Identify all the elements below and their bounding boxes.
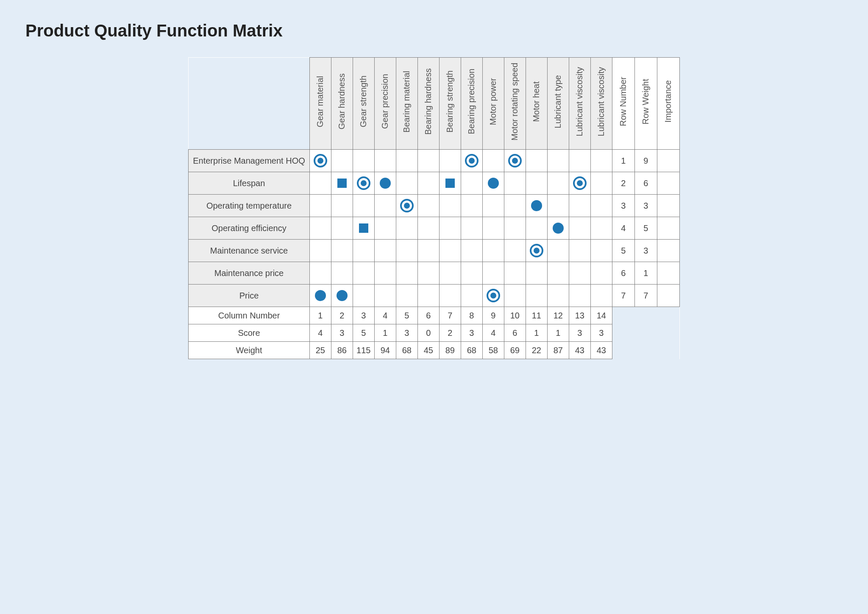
column-header: Lubricant type — [547, 58, 569, 150]
row-importance-cell — [657, 217, 679, 240]
matrix-cell — [353, 172, 374, 195]
svg-point-15 — [404, 203, 410, 209]
matrix-cell — [461, 240, 482, 262]
svg-point-5 — [512, 158, 518, 164]
matrix-cell — [374, 172, 396, 195]
medium-relation-circle-icon — [552, 222, 565, 234]
matrix-cell — [504, 285, 526, 307]
matrix-cell — [353, 285, 374, 307]
matrix-cell — [461, 150, 482, 172]
column-number-cell: 3 — [353, 307, 374, 324]
matrix-cell — [504, 172, 526, 195]
matrix-cell — [547, 150, 569, 172]
score-cell: 1 — [374, 324, 396, 342]
row-number-cell: 2 — [612, 172, 634, 195]
row-importance-cell — [657, 195, 679, 217]
row-header: Lifespan — [189, 172, 310, 195]
matrix-cell — [590, 172, 612, 195]
matrix-cell — [331, 172, 353, 195]
matrix-cell — [569, 262, 590, 285]
row-weight-cell: 3 — [634, 240, 657, 262]
footer-blank — [612, 307, 679, 324]
column-number-cell: 14 — [590, 307, 612, 324]
matrix-cell — [482, 262, 504, 285]
column-number-cell: 9 — [482, 307, 504, 324]
matrix-cell — [526, 150, 547, 172]
column-number-cell: 2 — [331, 307, 353, 324]
matrix-cell — [374, 285, 396, 307]
row-weight-cell: 1 — [634, 262, 657, 285]
matrix-cell — [439, 150, 461, 172]
svg-point-13 — [577, 180, 583, 186]
weak-relation-square-icon — [337, 178, 348, 189]
row-weight-cell: 3 — [634, 195, 657, 217]
strong-relation-target-icon — [356, 176, 371, 190]
page-title: Product Quality Function Matrix — [25, 21, 843, 40]
qfd-matrix: Gear materialGear hardnessGear strengthG… — [25, 57, 843, 359]
matrix-cell — [590, 217, 612, 240]
matrix-cell — [590, 195, 612, 217]
matrix-cell — [547, 195, 569, 217]
svg-point-21 — [315, 290, 326, 301]
column-number-cell: 5 — [396, 307, 417, 324]
score-cell: 3 — [396, 324, 417, 342]
matrix-cell — [396, 262, 417, 285]
matrix-cell — [461, 172, 482, 195]
svg-point-11 — [488, 178, 499, 189]
matrix-cell — [482, 217, 504, 240]
medium-relation-circle-icon — [379, 177, 392, 190]
matrix-cell — [396, 240, 417, 262]
matrix-cell — [309, 150, 331, 172]
matrix-cell — [353, 240, 374, 262]
svg-point-22 — [337, 290, 348, 301]
meta-column-header: Importance — [657, 58, 679, 150]
matrix-cell — [461, 285, 482, 307]
row-number-cell: 3 — [612, 195, 634, 217]
matrix-cell — [461, 262, 482, 285]
weight-cell: 87 — [547, 342, 569, 359]
matrix-cell — [526, 217, 547, 240]
medium-relation-circle-icon — [336, 289, 348, 302]
footer-blank — [612, 342, 679, 359]
matrix-cell — [482, 172, 504, 195]
column-header: Lubricant viscosity — [569, 58, 590, 150]
column-number-cell: 12 — [547, 307, 569, 324]
matrix-cell — [590, 240, 612, 262]
row-header: Price — [189, 285, 310, 307]
matrix-cell — [590, 150, 612, 172]
row-number-cell: 4 — [612, 217, 634, 240]
column-header: Bearing precision — [461, 58, 482, 150]
matrix-cell — [396, 195, 417, 217]
matrix-cell — [547, 240, 569, 262]
matrix-cell — [309, 195, 331, 217]
matrix-cell — [374, 262, 396, 285]
svg-rect-6 — [337, 179, 347, 188]
svg-point-3 — [469, 158, 475, 164]
column-header: Gear strength — [353, 58, 374, 150]
column-header: Gear hardness — [331, 58, 353, 150]
matrix-cell — [331, 195, 353, 217]
matrix-cell — [417, 285, 439, 307]
weight-cell: 22 — [526, 342, 547, 359]
score-cell: 6 — [504, 324, 526, 342]
score-cell: 0 — [417, 324, 439, 342]
weak-relation-square-icon — [358, 223, 369, 234]
matrix-cell — [482, 195, 504, 217]
row-header: Maintenance price — [189, 262, 310, 285]
matrix-cell — [569, 217, 590, 240]
matrix-cell — [331, 285, 353, 307]
weight-cell: 69 — [504, 342, 526, 359]
matrix-cell — [439, 262, 461, 285]
matrix-cell — [374, 240, 396, 262]
strong-relation-target-icon — [313, 154, 328, 168]
weight-cell: 89 — [439, 342, 461, 359]
column-header: Gear precision — [374, 58, 396, 150]
svg-point-8 — [361, 180, 367, 186]
matrix-cell — [396, 285, 417, 307]
weight-cell: 86 — [331, 342, 353, 359]
svg-rect-17 — [359, 223, 368, 233]
strong-relation-target-icon — [508, 154, 522, 168]
score-cell: 3 — [569, 324, 590, 342]
matrix-cell — [504, 195, 526, 217]
matrix-cell — [417, 217, 439, 240]
